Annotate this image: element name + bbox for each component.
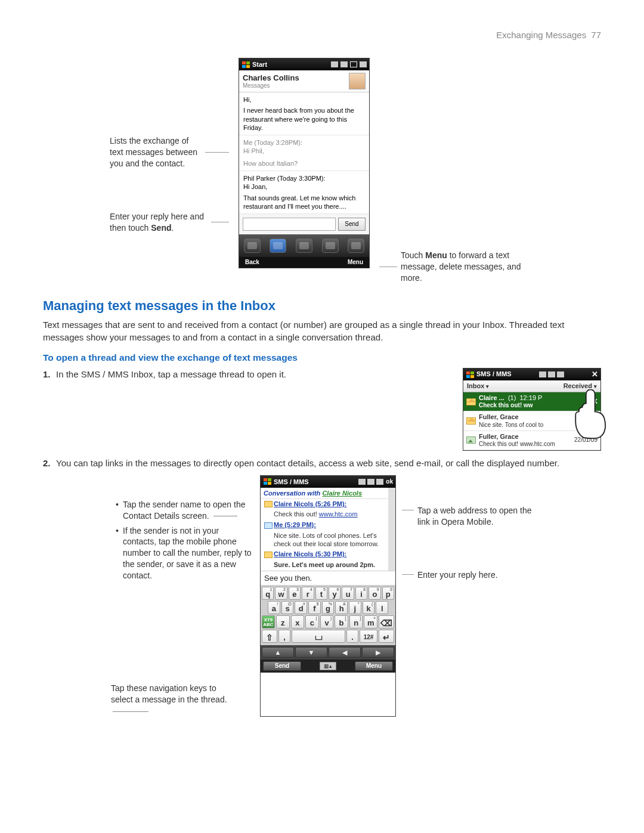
battery-icon bbox=[350, 61, 357, 67]
key-v[interactable]: v) bbox=[320, 615, 334, 628]
avatar bbox=[349, 73, 366, 89]
send-softkey[interactable]: Send bbox=[263, 661, 301, 671]
key-e[interactable]: e3 bbox=[289, 587, 301, 600]
envelope-icon bbox=[264, 501, 273, 507]
shift-key[interactable]: ⇧ bbox=[262, 630, 277, 643]
signal-icon bbox=[367, 479, 374, 485]
key-h[interactable]: h& bbox=[335, 601, 348, 614]
key-c[interactable]: c( bbox=[305, 615, 319, 628]
sender-link[interactable]: Claire Nicols (5:26 PM): bbox=[274, 500, 346, 507]
task-icon bbox=[360, 61, 367, 67]
tray-icon[interactable] bbox=[348, 239, 364, 253]
tap-hand-icon bbox=[570, 389, 614, 439]
conv-body: Sure. Let's meet up around 2pm. bbox=[261, 560, 388, 571]
callout-enter-reply: Enter your reply here and then touch Sen… bbox=[110, 211, 209, 234]
key-g[interactable]: g% bbox=[322, 601, 335, 614]
conv-body: Check this out! www.htc.com bbox=[261, 509, 388, 520]
key-q[interactable]: q1 bbox=[262, 587, 274, 600]
key-d[interactable]: d# bbox=[295, 601, 307, 614]
key-j[interactable]: j* bbox=[349, 601, 361, 614]
callout-enter-reply: Enter your reply here. bbox=[417, 569, 533, 581]
send-button[interactable]: Send bbox=[338, 218, 366, 231]
page-number: 77 bbox=[591, 30, 601, 40]
key-k[interactable]: k( bbox=[363, 601, 375, 614]
callout-nav-keys: Tap these navigation keys to select a me… bbox=[111, 683, 230, 717]
key-p[interactable]: p0 bbox=[382, 587, 394, 600]
key-l[interactable]: l bbox=[376, 601, 388, 614]
section-paragraph: Text messages that are sent to and recei… bbox=[43, 318, 601, 345]
signal-icon bbox=[331, 61, 338, 67]
windows-flag-icon bbox=[466, 371, 474, 378]
volume-icon bbox=[376, 479, 383, 485]
figure-3: Tap the sender name to open the Contact … bbox=[43, 475, 601, 717]
nav-down[interactable]: ▼ bbox=[295, 647, 327, 658]
callout-list-left: Tap the sender name to open the Contact … bbox=[111, 499, 254, 581]
contact-sub: Messages bbox=[243, 82, 349, 89]
nav-up[interactable]: ▲ bbox=[262, 647, 294, 658]
menu-softkey[interactable]: Menu bbox=[355, 661, 393, 671]
reply-field[interactable]: See you then. bbox=[261, 571, 395, 585]
nav-right[interactable]: ▶ bbox=[362, 647, 394, 658]
back-softkey[interactable]: Back bbox=[245, 257, 259, 268]
tray-icon[interactable] bbox=[296, 239, 312, 253]
key-a[interactable]: a! bbox=[268, 601, 280, 614]
sender-link[interactable]: Claire Nicols (5:30 PM): bbox=[274, 550, 346, 558]
key-f[interactable]: f$ bbox=[308, 601, 321, 614]
section-heading: Managing text messages in the Inbox bbox=[43, 298, 601, 314]
conv-line: Claire Nicols (5:30 PM): bbox=[261, 549, 388, 560]
web-link[interactable]: www.htc.com bbox=[319, 510, 358, 518]
phone1-topbar: Start bbox=[239, 58, 369, 70]
step-2: 2. You can tap links in the messages to … bbox=[56, 457, 601, 469]
key-t[interactable]: t5 bbox=[315, 587, 327, 600]
message-block: Hi, I never heard back from you about th… bbox=[239, 92, 369, 135]
tray-icon[interactable] bbox=[322, 239, 339, 253]
tray-icon[interactable] bbox=[270, 239, 286, 253]
key-b[interactable]: b[ bbox=[335, 615, 348, 628]
reply-icon bbox=[264, 522, 273, 529]
comma-key[interactable]: , bbox=[278, 630, 290, 643]
phone-screenshot-3: SMS / MMS ok Conversation with Claire Ni… bbox=[260, 475, 396, 717]
envelope-icon bbox=[264, 552, 273, 558]
key-s[interactable]: s@ bbox=[281, 601, 294, 614]
key-z[interactable]: z bbox=[276, 615, 290, 628]
conversation-title: Conversation with Claire Nicols bbox=[261, 488, 388, 499]
nav-keys-row: ▲ ▼ ◀ ▶ bbox=[261, 645, 395, 659]
conv-body: Nice site. Lots of cool phones. Let's ch… bbox=[261, 531, 388, 550]
scrollbar[interactable] bbox=[388, 488, 395, 571]
menu-softkey[interactable]: Menu bbox=[348, 257, 363, 268]
enter-key[interactable]: ↵ bbox=[379, 630, 394, 643]
key-w[interactable]: w2 bbox=[275, 587, 287, 600]
message-block: Me (Today 3:28PM): Hi Phil, How about It… bbox=[239, 135, 369, 171]
self-link[interactable]: Me (5:29 PM): bbox=[274, 521, 316, 528]
reply-input[interactable] bbox=[243, 218, 336, 231]
period-key[interactable]: . bbox=[346, 630, 358, 643]
subheading: To open a thread and view the exchange o… bbox=[43, 352, 601, 363]
start-label[interactable]: Start bbox=[252, 61, 267, 68]
picture-icon bbox=[466, 436, 476, 444]
key-i[interactable]: i8 bbox=[355, 587, 367, 600]
space-key[interactable]: ⌴ bbox=[292, 630, 345, 643]
inbox-dropdown[interactable]: Inbox ▾ bbox=[467, 382, 489, 391]
envelope-icon bbox=[466, 398, 476, 405]
key-m[interactable]: m+ bbox=[364, 615, 377, 628]
mode-key[interactable]: XT9 ABC bbox=[262, 615, 275, 628]
message-block: Phil Parker (Today 3:30PM): Hi Joan, Tha… bbox=[239, 171, 369, 214]
ok-button[interactable]: ok bbox=[386, 478, 393, 485]
phone1-contact-header: Charles Collins Messages bbox=[239, 70, 369, 92]
page-header: Exchanging Messages 77 bbox=[43, 30, 601, 40]
close-icon[interactable]: ✕ bbox=[592, 369, 598, 380]
backspace-key[interactable]: ⌫ bbox=[379, 615, 394, 628]
key-y[interactable]: y6 bbox=[329, 587, 340, 600]
numsym-key[interactable]: 12# bbox=[360, 630, 377, 643]
key-o[interactable]: o9 bbox=[369, 587, 380, 600]
key-x[interactable]: x bbox=[291, 615, 305, 628]
sip-toggle[interactable]: ▦▴ bbox=[320, 662, 336, 670]
key-u[interactable]: u7 bbox=[342, 587, 354, 600]
callout-web-link: Tap a web address to open the link in Op… bbox=[417, 505, 533, 528]
key-r[interactable]: r4 bbox=[302, 587, 314, 600]
sync-icon bbox=[539, 371, 546, 377]
tray-icon[interactable] bbox=[244, 239, 261, 253]
volume-icon bbox=[340, 61, 348, 67]
nav-left[interactable]: ◀ bbox=[329, 647, 361, 658]
key-n[interactable]: n] bbox=[349, 615, 363, 628]
